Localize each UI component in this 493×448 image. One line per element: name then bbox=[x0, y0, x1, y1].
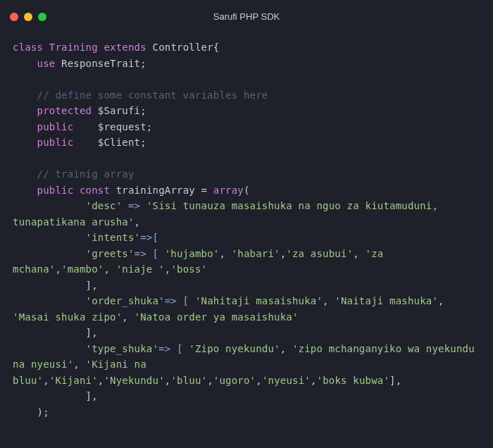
str-val: 'ugoro' bbox=[213, 375, 256, 386]
str-val: 'Masai shuka zipo' bbox=[13, 311, 122, 323]
close-paren: ); bbox=[37, 406, 49, 418]
arrow-open: => [ bbox=[135, 248, 159, 259]
str-val: 'boks kubwa' bbox=[317, 375, 390, 386]
comment-line: // define some constant variables here bbox=[37, 89, 268, 101]
str-val: 'Zipo nyekundu' bbox=[189, 343, 280, 354]
key-intents: 'intents' bbox=[86, 232, 141, 243]
var-client: $Client; bbox=[98, 137, 146, 148]
key-desc: 'desc' bbox=[86, 200, 123, 211]
var-sarufi: $Sarufi; bbox=[98, 105, 146, 116]
keyword-extends: extends bbox=[104, 42, 146, 53]
key-order: 'order_shuka' bbox=[86, 295, 165, 306]
str-val: 'za asubui' bbox=[286, 248, 353, 259]
close-bracket: ], bbox=[86, 280, 98, 291]
comment-line: // trainig array bbox=[37, 168, 135, 180]
close-bracket: ], bbox=[86, 390, 98, 402]
str-val: 'hujambo' bbox=[165, 248, 220, 259]
close-icon[interactable] bbox=[10, 13, 18, 21]
arrow-open: => [ bbox=[165, 295, 189, 306]
str-val: 'Naitaji mashuka' bbox=[335, 295, 438, 306]
code-block: class Training extends Controller{ use R… bbox=[0, 34, 493, 425]
comma: , bbox=[135, 216, 141, 228]
keyword-array: array bbox=[213, 185, 244, 196]
arrow-open: => [ bbox=[158, 343, 183, 354]
str-val: 'niaje ' bbox=[116, 263, 165, 275]
close-bracket: ], bbox=[86, 327, 98, 338]
arrow-open: =>[ bbox=[140, 232, 158, 243]
window-title: Sarufi PHP SDK bbox=[0, 9, 493, 25]
trait-name: ResponseTrait; bbox=[61, 58, 146, 69]
str-val: 'Nahitaji masaishuka' bbox=[195, 295, 323, 306]
parent-class: Controller{ bbox=[153, 42, 220, 53]
key-type: 'type_shuka' bbox=[86, 343, 159, 354]
str-desc: 'Sisi tunauza masaishuka na nguo za kiut… bbox=[13, 200, 444, 228]
str-val: 'Natoa order ya masaishuka' bbox=[135, 311, 299, 323]
minimize-icon[interactable] bbox=[24, 13, 32, 21]
traffic-lights bbox=[10, 13, 46, 21]
key-greets: 'greets' bbox=[86, 248, 135, 259]
maximize-icon[interactable] bbox=[38, 13, 46, 21]
class-name: Training bbox=[49, 42, 98, 53]
str-val: 'nyeusi' bbox=[262, 375, 311, 386]
str-val: 'bluu' bbox=[170, 375, 207, 386]
str-val: 'Nyekundu' bbox=[104, 375, 164, 386]
keyword-public: public bbox=[37, 185, 74, 196]
const-name: trainingArray = bbox=[116, 185, 207, 196]
str-val: 'boss' bbox=[170, 263, 207, 275]
str-val: 'Kijani' bbox=[49, 375, 98, 386]
keyword-public: public bbox=[37, 121, 74, 132]
str-val: 'mambo' bbox=[61, 263, 104, 275]
keyword-use: use bbox=[37, 58, 56, 69]
keyword-class: class bbox=[13, 42, 43, 53]
open-paren: ( bbox=[244, 185, 250, 196]
keyword-const: const bbox=[80, 185, 110, 196]
arrow-op: => bbox=[128, 200, 140, 211]
keyword-public: public bbox=[37, 137, 74, 148]
str-val: 'habari' bbox=[232, 248, 280, 259]
keyword-protected: protected bbox=[37, 105, 92, 116]
var-request: $request; bbox=[98, 121, 153, 132]
window-titlebar: Sarufi PHP SDK bbox=[0, 0, 493, 34]
